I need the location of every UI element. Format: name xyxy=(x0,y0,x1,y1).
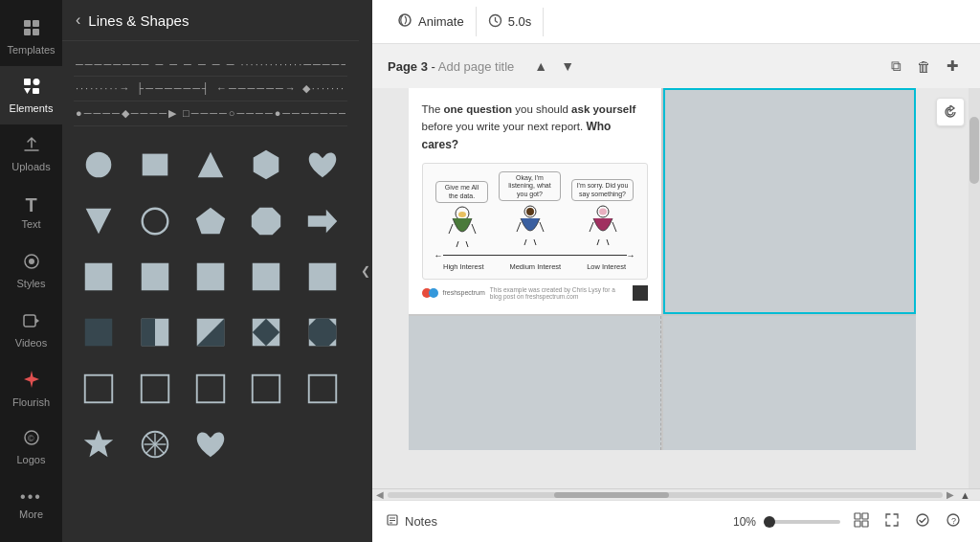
zoom-slider[interactable] xyxy=(764,520,840,524)
svg-line-67 xyxy=(590,222,593,232)
svg-line-52 xyxy=(495,21,498,23)
canvas-scroll-area[interactable]: The one question you should ask yourself… xyxy=(372,88,980,488)
sidebar-item-text[interactable]: T Text xyxy=(0,183,62,241)
shape-heart-bottom[interactable] xyxy=(186,419,235,469)
shape-circle-hatched[interactable] xyxy=(129,419,179,469)
sidebar-item-styles[interactable]: Styles xyxy=(0,241,62,300)
shape-hexagon-filled[interactable] xyxy=(241,140,291,190)
vertical-scrollbar-thumb[interactable] xyxy=(969,117,979,184)
shape-rect-half-dark[interactable] xyxy=(129,307,179,357)
page-add-title[interactable]: Add page title xyxy=(438,59,515,74)
svg-point-79 xyxy=(917,514,928,526)
shape-diamond-dark[interactable] xyxy=(241,307,291,357)
shape-outline-r2[interactable] xyxy=(129,364,179,414)
svg-marker-19 xyxy=(86,208,112,234)
slide-cell-right-bottom[interactable] xyxy=(663,316,916,450)
speech-1: Give me All the data. xyxy=(435,181,488,203)
shape-star[interactable] xyxy=(74,419,123,469)
page-number: Page 3 xyxy=(388,59,428,74)
back-button[interactable]: ‹ xyxy=(76,11,80,29)
h-scrollbar-thumb[interactable] xyxy=(554,492,669,498)
vertical-scrollbar[interactable] xyxy=(969,88,980,488)
fullscreen-btn[interactable] xyxy=(879,508,905,535)
shapes-grid xyxy=(74,140,347,469)
main-area: Animate 5.0s Page 3 - Add page title ▲ ▼… xyxy=(372,0,980,542)
bold-text-1: one question xyxy=(444,103,513,115)
shape-rect-r3[interactable] xyxy=(186,252,235,302)
scroll-up-btn[interactable]: ▲ xyxy=(954,489,976,501)
horizontal-scrollbar[interactable]: ◀ ▶ ▲ xyxy=(372,488,980,500)
shape-circle-outline[interactable] xyxy=(129,195,179,245)
shape-arrow-right-filled[interactable] xyxy=(298,195,347,245)
sidebar-item-uploads[interactable]: Uploads xyxy=(0,124,62,183)
grid-view-btn[interactable] xyxy=(848,508,875,535)
slide-cell-left-bottom[interactable] xyxy=(409,316,661,450)
sidebar-item-label: Templates xyxy=(7,44,55,56)
sidebar-item-logos[interactable]: © Logos xyxy=(0,418,62,476)
svg-text:©: © xyxy=(28,434,34,443)
canvas-wrapper: Page 3 - Add page title ▲ ▼ ⧉ 🗑 ✚ xyxy=(372,44,980,500)
shape-triangle-bl[interactable] xyxy=(186,307,235,357)
svg-rect-4 xyxy=(24,79,31,85)
add-page-btn[interactable]: ✚ xyxy=(941,54,965,79)
page-nav-down[interactable]: ▼ xyxy=(556,56,579,77)
svg-marker-22 xyxy=(252,207,280,235)
svg-rect-40 xyxy=(197,375,225,403)
shape-badge-dark[interactable] xyxy=(298,307,347,357)
duration-button[interactable]: 5.0s xyxy=(477,8,545,36)
sidebar-item-templates[interactable]: Templates xyxy=(0,8,62,66)
notes-label[interactable]: Notes xyxy=(405,514,437,529)
shape-octagon-filled[interactable] xyxy=(241,195,291,245)
svg-marker-11 xyxy=(35,318,39,324)
help-btn[interactable]: ? xyxy=(940,508,967,535)
panel-content[interactable]: ──────── ─ ─ ─ ─ ─ ─ ·············──────… xyxy=(62,41,359,542)
line-row-3[interactable]: ●────◆────▶ □────○────●────────────────→ xyxy=(74,102,347,126)
shape-rect-dark1[interactable] xyxy=(74,307,123,357)
sidebar-nav: Templates Elements Uploads T Text xyxy=(0,0,62,542)
lines-section: ──────── ─ ─ ─ ─ ─ ─ ·············──────… xyxy=(74,53,347,126)
shape-rect-r4[interactable] xyxy=(241,252,291,302)
shape-pentagon-filled[interactable] xyxy=(186,195,235,245)
line-row-1[interactable]: ──────── ─ ─ ─ ─ ─ ─ ·············──────… xyxy=(74,53,347,77)
line-row-2[interactable]: ·········→ ├──────┤ ←──────→ ◆·······→ ●… xyxy=(74,77,347,102)
svg-rect-7 xyxy=(33,88,39,94)
shape-triangle-down-filled[interactable] xyxy=(74,195,123,245)
shape-outline-r1[interactable] xyxy=(74,364,123,414)
slide-illustration: Give me All the data. xyxy=(422,163,648,301)
shape-outline-r5[interactable] xyxy=(298,364,347,414)
bold-text-2: ask yourself xyxy=(571,103,635,115)
figure-2: Okay, I'm listening, what you got? xyxy=(499,171,561,247)
arrow-section: ← → xyxy=(431,251,639,260)
panel-collapse-btn[interactable]: ❮ xyxy=(359,0,372,542)
svg-line-61 xyxy=(517,222,521,232)
h-scrollbar-track[interactable] xyxy=(388,492,943,498)
shape-triangle-filled[interactable] xyxy=(186,140,235,190)
refresh-btn[interactable] xyxy=(936,98,965,126)
sidebar-item-videos[interactable]: Videos xyxy=(0,301,62,359)
delete-page-btn[interactable]: 🗑 xyxy=(911,54,937,79)
shape-outline-r3[interactable] xyxy=(186,364,235,414)
page-nav-up[interactable]: ▲ xyxy=(529,56,552,77)
chevron-left-icon: ❮ xyxy=(361,264,370,278)
animate-button[interactable]: Animate xyxy=(386,7,477,36)
sidebar-item-more[interactable]: ••• More xyxy=(0,476,62,534)
interest-labels: High Interest Medium Interest Low Intere… xyxy=(431,262,639,271)
shape-rect-r1[interactable] xyxy=(74,252,123,302)
shape-rect-r2[interactable] xyxy=(129,252,179,302)
svg-rect-39 xyxy=(141,375,168,403)
svg-line-57 xyxy=(457,241,458,247)
label-medium: Medium Interest xyxy=(509,262,561,271)
duplicate-page-btn[interactable]: ⧉ xyxy=(885,54,907,79)
shape-rect-r5[interactable] xyxy=(298,252,347,302)
slide-cell-right-top[interactable] xyxy=(663,88,916,314)
sidebar-item-flourish[interactable]: Flourish xyxy=(0,359,62,418)
check-btn[interactable] xyxy=(909,508,936,535)
shape-rect-filled[interactable] xyxy=(129,140,179,190)
shape-circle-filled[interactable] xyxy=(74,140,123,190)
shape-outline-r4[interactable] xyxy=(241,364,291,414)
figure-2-drawing xyxy=(516,203,545,247)
sidebar-item-elements[interactable]: Elements xyxy=(0,66,62,124)
shape-heart-filled[interactable] xyxy=(298,140,347,190)
brand-name: freshspectrum xyxy=(443,289,485,296)
label-low: Low Interest xyxy=(587,262,626,271)
